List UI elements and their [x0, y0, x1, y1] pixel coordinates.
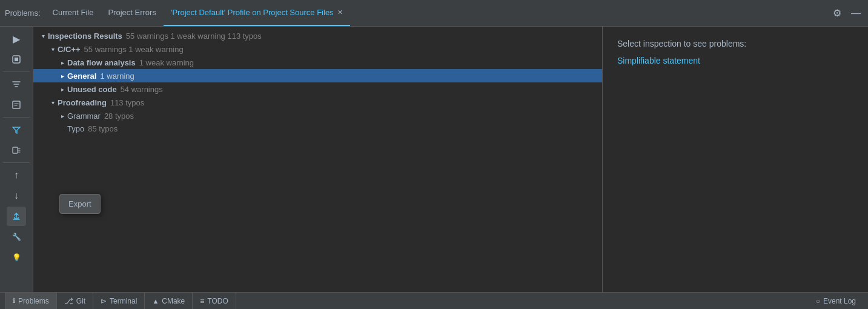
- filter-scope-icon[interactable]: [7, 141, 26, 160]
- tab-project-errors[interactable]: Project Errors: [101, 0, 163, 26]
- export-button[interactable]: [7, 207, 26, 226]
- terminal-status-label: Terminal: [110, 297, 137, 305]
- cmake-status-label: CMake: [162, 297, 185, 305]
- filter-icon[interactable]: [7, 120, 26, 139]
- tab-bar-actions: ⚙ —: [830, 5, 863, 21]
- navigate-up-button[interactable]: ↑: [7, 165, 26, 185]
- export-tooltip: Export: [59, 194, 101, 214]
- git-icon: ⎇: [64, 296, 73, 305]
- tree-item-general[interactable]: General 1 warning: [33, 69, 602, 82]
- tab-profile-label: 'Project Default' Profile on Project Sou…: [171, 8, 334, 17]
- status-todo[interactable]: ≡ TODO: [193, 293, 236, 309]
- tree-item-typo[interactable]: Typo 85 typos: [33, 122, 602, 135]
- settings-icon[interactable]: ⚙: [830, 5, 844, 21]
- tab-current-file[interactable]: Current File: [45, 0, 101, 26]
- wrench-button[interactable]: 🔧: [7, 227, 26, 247]
- status-event-log[interactable]: ○ Event Log: [809, 293, 863, 309]
- expand-icon-general[interactable]: [58, 71, 67, 81]
- expand-icon-inspections[interactable]: [38, 31, 48, 41]
- status-problems[interactable]: ℹ Problems: [5, 293, 57, 309]
- navigate-down-button[interactable]: ↓: [7, 186, 26, 205]
- tab-bar: Problems: Current File Project Errors 'P…: [0, 0, 868, 27]
- left-toolbar: ▶: [0, 27, 33, 292]
- expand-icon-unused-code[interactable]: [58, 84, 67, 94]
- main-area: ▶: [0, 27, 868, 292]
- expand-icon-cpp[interactable]: [48, 44, 58, 54]
- problems-status-label: Problems: [18, 297, 49, 305]
- expand-icon-grammar[interactable]: [58, 111, 67, 121]
- inspections-results-count: 55 warnings 1 weak warning 113 typos: [126, 32, 262, 41]
- status-git[interactable]: ⎇ Git: [57, 293, 93, 309]
- terminal-icon: ⊳: [101, 297, 107, 305]
- data-flow-label: Data flow analysis: [67, 58, 136, 67]
- status-bar: ℹ Problems ⎇ Git ⊳ Terminal ▲ CMake ≡ TO…: [0, 292, 868, 309]
- tree-item-unused-code[interactable]: Unused code 54 warnings: [33, 82, 602, 96]
- status-cmake[interactable]: ▲ CMake: [145, 293, 193, 309]
- data-flow-count: 1 weak warning: [139, 58, 194, 67]
- grammar-count: 28 typos: [104, 111, 134, 121]
- tree-item-grammar[interactable]: Grammar 28 typos: [33, 109, 602, 122]
- expand-icon-proofreading[interactable]: [48, 98, 58, 107]
- event-log-icon: ○: [816, 297, 820, 305]
- tooltip-text: Export: [68, 199, 91, 208]
- todo-icon: ≡: [200, 297, 204, 305]
- run-button[interactable]: ▶: [7, 29, 26, 48]
- sort-icon[interactable]: [7, 75, 26, 94]
- svg-rect-1: [15, 58, 18, 61]
- right-panel-title: Select inspection to see problems:: [617, 39, 853, 48]
- problems-label: Problems:: [5, 8, 41, 18]
- bulb-button[interactable]: 💡: [7, 248, 26, 267]
- cmake-icon: ▲: [152, 297, 159, 305]
- status-terminal[interactable]: ⊳ Terminal: [93, 293, 145, 309]
- svg-rect-2: [13, 101, 20, 108]
- tree-panel: Inspections Results 55 warnings 1 weak w…: [33, 27, 603, 292]
- rerun-button[interactable]: [7, 50, 26, 69]
- proofreading-count: 113 typos: [110, 98, 144, 107]
- tab-profile[interactable]: 'Project Default' Profile on Project Sou…: [164, 0, 350, 26]
- general-count: 1 warning: [100, 71, 134, 81]
- tab-project-errors-label: Project Errors: [108, 8, 156, 17]
- right-panel: Select inspection to see problems: Simpl…: [603, 27, 868, 292]
- git-status-label: Git: [76, 297, 85, 305]
- simplifiable-statement-link[interactable]: Simplifiable statement: [617, 56, 853, 65]
- inspections-results-label: Inspections Results: [48, 32, 122, 41]
- svg-rect-3: [13, 147, 18, 153]
- cpp-count: 55 warnings 1 weak warning: [84, 45, 184, 54]
- tab-close-icon[interactable]: ✕: [337, 8, 343, 16]
- typo-count: 85 typos: [88, 124, 118, 133]
- unused-code-count: 54 warnings: [121, 85, 163, 94]
- tree-item-proofreading[interactable]: Proofreading 113 typos: [33, 96, 602, 109]
- typo-label: Typo: [67, 124, 84, 133]
- todo-status-label: TODO: [207, 297, 228, 305]
- tree-item-cpp[interactable]: C/C++ 55 warnings 1 weak warning: [33, 42, 602, 56]
- cpp-label: C/C++: [58, 45, 81, 54]
- tree-item-data-flow[interactable]: Data flow analysis 1 weak warning: [33, 56, 602, 69]
- unused-code-label: Unused code: [67, 85, 117, 94]
- tab-current-file-label: Current File: [53, 8, 94, 17]
- expand-icon-data-flow[interactable]: [58, 58, 67, 67]
- tree-item-inspections-results[interactable]: Inspections Results 55 warnings 1 weak w…: [33, 29, 602, 42]
- sort-file-icon[interactable]: [7, 95, 26, 115]
- proofreading-label: Proofreading: [58, 98, 107, 107]
- general-label: General: [67, 71, 96, 81]
- problems-icon: ℹ: [13, 297, 15, 305]
- minimize-icon[interactable]: —: [849, 5, 863, 21]
- grammar-label: Grammar: [67, 111, 101, 121]
- event-log-label: Event Log: [823, 297, 856, 305]
